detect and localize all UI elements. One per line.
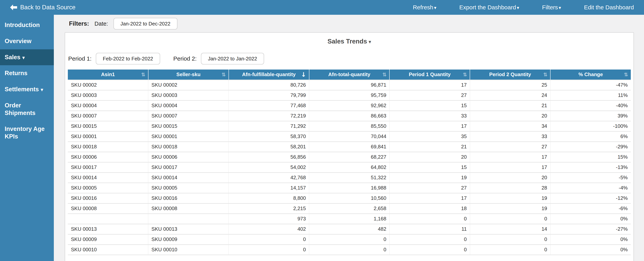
edit-dashboard-button[interactable]: Edit the Dashboard — [584, 4, 634, 11]
edit-label: Edit the Dashboard — [584, 4, 634, 10]
caret-down-icon: ▾ — [41, 87, 43, 92]
back-label: Back to Data Source — [20, 4, 76, 11]
column-header-label: Afn-fulfillable-quantity — [242, 71, 296, 77]
table-cell: SKU 00003 — [68, 90, 148, 100]
column-header-pct-change[interactable]: % Change⇅ — [550, 69, 631, 80]
table-cell: 0 — [470, 214, 550, 224]
table-cell: 33 — [390, 111, 470, 121]
table-cell: SKU 00005 — [68, 183, 148, 193]
column-header-label: Seller-sku — [176, 71, 200, 77]
table-row: SKU 00009SKU 0000900000% — [68, 234, 631, 245]
table-cell: SKU 00002 — [148, 80, 229, 90]
table-cell: SKU 00001 — [68, 131, 148, 142]
sort-toggle-icon: ⇅ — [141, 72, 145, 77]
table-cell: 0% — [550, 214, 631, 224]
table-cell: SKU 00015 — [68, 121, 148, 131]
table-cell: 70,044 — [309, 131, 390, 142]
table-cell: 21 — [470, 100, 550, 111]
sidebar-item-settlements[interactable]: Settlements▾ — [0, 81, 54, 97]
table-cell: SKU 00007 — [148, 111, 229, 121]
table-row: SKU 00002SKU 0000280,72696,8711725-47% — [68, 80, 631, 90]
table-cell — [148, 214, 229, 224]
table-cell: 20 — [470, 172, 550, 183]
caret-down-icon: ▾ — [369, 39, 371, 45]
panel-title: Sales Trends — [328, 38, 367, 45]
table-cell: 58,370 — [229, 131, 309, 142]
sidebar-item-returns[interactable]: Returns — [0, 65, 54, 81]
table-cell: -47% — [550, 80, 631, 90]
table-cell: 0 — [229, 245, 309, 255]
column-header-period-1-quantity[interactable]: Period 1 Quantity⇅ — [390, 69, 470, 80]
table-cell: 42,768 — [229, 172, 309, 183]
sidebar-item-order-shipments[interactable]: Order Shipments — [0, 97, 54, 121]
table-cell: 24 — [470, 90, 550, 100]
date-range-button[interactable]: Jan-2022 to Dec-2022 — [114, 18, 178, 29]
table-cell: 20 — [390, 152, 470, 162]
period1-range-button[interactable]: Feb-2022 to Feb-2022 — [96, 53, 160, 64]
sidebar-item-sales[interactable]: Sales▾ — [0, 49, 54, 65]
panel-title-dropdown[interactable]: Sales Trends▾ — [68, 33, 631, 45]
table-cell: 28 — [470, 183, 550, 193]
column-header-period-2-quantity[interactable]: Period 2 Quantity⇅ — [470, 69, 550, 80]
table-cell: 71,292 — [229, 121, 309, 131]
back-to-data-source-button[interactable]: Back to Data Source — [10, 4, 76, 11]
sidebar-item-label: Introduction — [5, 21, 40, 28]
table-row: SKU 00017SKU 0001754,00264,8021517-13% — [68, 162, 631, 172]
table-row: SKU 00001SKU 0000158,37070,04435336% — [68, 131, 631, 142]
table-cell: -13% — [550, 162, 631, 172]
table-cell: SKU 00014 — [148, 172, 229, 183]
back-arrow-icon — [10, 4, 17, 10]
table-cell: 92,962 — [309, 100, 390, 111]
table-cell: SKU 00004 — [148, 100, 229, 111]
sidebar-item-inventory-age-kpis[interactable]: Inventory Age KPIs — [0, 121, 54, 145]
table-cell: 0% — [550, 234, 631, 245]
sales-trends-table: Asin1⇅Seller-sku⇅Afn-fulfillable-quantit… — [68, 69, 631, 255]
table-cell: SKU 00017 — [148, 162, 229, 172]
table-row: SKU 00014SKU 0001442,76851,3221920-5% — [68, 172, 631, 183]
refresh-menu[interactable]: Refresh▾ — [413, 4, 436, 11]
column-header-asin1[interactable]: Asin1⇅ — [68, 69, 148, 80]
table-cell: 51,322 — [309, 172, 390, 183]
table-cell: 20 — [470, 111, 550, 121]
column-header-label: Asin1 — [101, 71, 115, 77]
sidebar-item-introduction[interactable]: Introduction — [0, 17, 54, 33]
table-cell: 19 — [470, 193, 550, 203]
table-header: Asin1⇅Seller-sku⇅Afn-fulfillable-quantit… — [68, 69, 631, 80]
table-cell: SKU 00009 — [68, 234, 148, 245]
sort-toggle-icon: ⇅ — [624, 72, 628, 77]
filters-menu-label: Filters — [542, 4, 558, 10]
table-cell: 0 — [390, 234, 470, 245]
table-row: SKU 00018SKU 0001858,20169,8412127-29% — [68, 142, 631, 152]
table-cell: 17 — [390, 193, 470, 203]
refresh-label: Refresh — [413, 4, 433, 10]
sort-toggle-icon: ⇅ — [463, 72, 467, 77]
table-cell: 0 — [390, 245, 470, 255]
table-cell: 25 — [470, 80, 550, 90]
table-cell: 86,663 — [309, 111, 390, 121]
filters-menu[interactable]: Filters▾ — [542, 4, 561, 11]
sidebar-item-overview[interactable]: Overview — [0, 33, 54, 49]
table-cell: 17 — [390, 80, 470, 90]
column-header-afn-total-quantity[interactable]: Afn-total-quantity⇅ — [309, 69, 390, 80]
table-cell: SKU 00006 — [68, 152, 148, 162]
table-cell: SKU 00010 — [148, 245, 229, 255]
table-cell: 15 — [390, 100, 470, 111]
table-row: SKU 00010SKU 0001000000% — [68, 245, 631, 255]
column-header-seller-sku[interactable]: Seller-sku⇅ — [148, 69, 229, 80]
column-header-label: % Change — [578, 71, 603, 77]
table-cell: -100% — [550, 121, 631, 131]
export-dashboard-menu[interactable]: Export the Dashboard▾ — [460, 4, 519, 11]
sidebar-item-label: Order Shipments — [5, 102, 35, 116]
table-cell: 10,560 — [309, 193, 390, 203]
sidebar: Introduction Overview Sales▾ Returns Set… — [0, 15, 54, 261]
date-filter-label: Date: — [94, 20, 108, 27]
table-cell: 21 — [390, 142, 470, 152]
period2-range-button[interactable]: Jan-2022 to Jan-2022 — [201, 53, 264, 64]
sidebar-item-label: Inventory Age KPIs — [5, 125, 45, 140]
table-cell: 64,802 — [309, 162, 390, 172]
table-cell: 77,468 — [229, 100, 309, 111]
sidebar-item-label: Overview — [5, 38, 32, 44]
table-row: SKU 00005SKU 0000514,15716,9882728-4% — [68, 183, 631, 193]
table-cell: 58,201 — [229, 142, 309, 152]
column-header-afn-fulfillable-quantity[interactable]: Afn-fulfillable-quantity↓ — [229, 69, 309, 80]
